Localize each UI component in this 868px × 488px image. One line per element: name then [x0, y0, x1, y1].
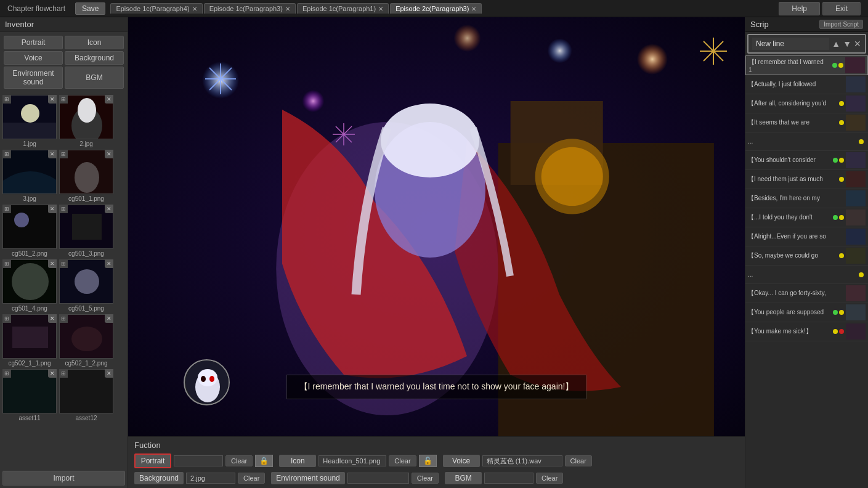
scrip-item-11[interactable]: ...: [745, 266, 868, 284]
icon-clear-button[interactable]: Clear: [389, 455, 416, 466]
tab-3[interactable]: Episode 2c(Paragraph3)✕: [390, 3, 482, 14]
bgm-clear-button[interactable]: Clear: [536, 473, 563, 484]
scrip-item-3[interactable]: 【It seems that we are: [745, 113, 868, 132]
bgm-group: BGM Clear: [445, 472, 563, 484]
scrip-dots-5: [833, 158, 844, 163]
asset-close-asset9[interactable]: ✕: [48, 314, 57, 323]
asset-close-asset5[interactable]: ✕: [48, 205, 57, 213]
asset-icon-asset11: ⊞: [2, 369, 11, 378]
scrip-dots-2: [839, 101, 844, 106]
asset-label-asset9: cg502_1_1.png: [2, 360, 57, 367]
scrip-text-3: 【It seems that we are: [748, 118, 837, 127]
inv-btn-icon[interactable]: Icon: [65, 36, 124, 49]
nl-delete-icon[interactable]: ✕: [854, 39, 861, 49]
asset-item-asset9[interactable]: ✕⊞cg502_1_1.png: [2, 314, 57, 367]
import-button[interactable]: Import: [2, 471, 125, 486]
inv-btn-env-sound[interactable]: Environment sound: [4, 67, 63, 89]
bgm-label: BGM: [445, 472, 482, 484]
scrip-item-4[interactable]: ...: [745, 132, 868, 151]
asset-item-asset2[interactable]: ✕⊞2.jpg: [59, 95, 113, 147]
scrip-header: Scrip Import Script: [745, 17, 868, 32]
asset-item-asset6[interactable]: ✕⊞cg501_3.png: [59, 205, 113, 257]
scrip-item-5[interactable]: 【You shouldn't consider: [745, 151, 868, 170]
scrip-item-10[interactable]: 【So, maybe we could go: [745, 246, 868, 266]
scrip-item-7[interactable]: 【Besides, I'm here on my: [745, 189, 868, 208]
inv-btn-voice[interactable]: Voice: [4, 51, 63, 65]
asset-close-asset12[interactable]: ✕: [105, 369, 113, 378]
import-script-button[interactable]: Import Script: [819, 20, 863, 29]
bgm-input[interactable]: [484, 473, 533, 484]
tab-0[interactable]: Episode 1c(Paragraph4)✕: [110, 3, 202, 14]
scrip-item-1[interactable]: 【Actually, I just followed: [745, 75, 868, 94]
asset-icon-asset8: ⊞: [59, 259, 68, 268]
exit-button[interactable]: Exit: [822, 2, 861, 15]
asset-close-asset7[interactable]: ✕: [48, 259, 57, 268]
portrait-input[interactable]: [174, 455, 223, 466]
asset-item-asset12[interactable]: ✕⊞asset12: [59, 369, 113, 421]
dot-2-0: [839, 101, 844, 106]
asset-label-asset2: 2.jpg: [59, 140, 113, 147]
tab-1[interactable]: Episode 1c(Paragraph3)✕: [204, 3, 296, 14]
dot-11-0: [859, 272, 864, 277]
asset-close-asset4[interactable]: ✕: [105, 150, 113, 158]
scrip-text-7: 【Besides, I'm here on my: [748, 194, 835, 203]
voice-input[interactable]: [482, 455, 562, 466]
scrip-item-2[interactable]: 【After all, considering you'd: [745, 94, 868, 113]
asset-item-asset3[interactable]: ✕⊞3.jpg: [2, 150, 57, 202]
asset-label-asset1: 1.jpg: [2, 140, 57, 147]
scrip-item-14[interactable]: 【You make me sick!】: [745, 322, 868, 341]
scrip-text-4: ...: [748, 138, 857, 145]
inv-btn-bgm[interactable]: BGM: [65, 67, 124, 89]
scrip-text-8: 【...I told you they don't: [748, 213, 831, 222]
asset-close-asset6[interactable]: ✕: [105, 205, 113, 213]
scrip-item-0[interactable]: 【I remember that I warned1: [745, 55, 868, 75]
nl-up-icon[interactable]: ▲: [832, 39, 840, 49]
save-button[interactable]: Save: [75, 2, 105, 15]
tab-label-0: Episode 1c(Paragraph4): [116, 5, 189, 12]
inv-btn-background[interactable]: Background: [65, 51, 124, 65]
scrip-item-13[interactable]: 【You people are supposed: [745, 303, 868, 322]
preview-area: 【I remember that I warned you last time …: [128, 17, 745, 436]
asset-item-asset10[interactable]: ✕⊞cg502_1_2.png: [59, 314, 113, 367]
asset-close-asset2[interactable]: ✕: [105, 95, 113, 104]
asset-close-asset11[interactable]: ✕: [48, 369, 57, 378]
asset-item-asset11[interactable]: ✕⊞asset11: [2, 369, 57, 421]
asset-item-asset8[interactable]: ✕⊞cg501_5.png: [59, 259, 113, 312]
voice-clear-button[interactable]: Clear: [565, 455, 592, 466]
nl-down-icon[interactable]: ▼: [843, 39, 851, 49]
tab-close-3[interactable]: ✕: [471, 6, 476, 12]
asset-item-asset4[interactable]: ✕⊞cg501_1.png: [59, 150, 113, 202]
tab-close-0[interactable]: ✕: [192, 6, 197, 12]
scrip-thumb-0: [845, 57, 865, 73]
asset-item-asset7[interactable]: ✕⊞cg501_4.png: [2, 259, 57, 312]
asset-icon-asset10: ⊞: [59, 314, 68, 323]
new-line-button[interactable]: New line: [752, 38, 829, 50]
background-clear-button[interactable]: Clear: [238, 473, 265, 484]
scrip-item-6[interactable]: 【I need them just as much: [745, 170, 868, 189]
scrip-item-12[interactable]: 【Okay... I can go forty-sixty,: [745, 284, 868, 303]
new-line-row[interactable]: New line ▲ ▼ ✕: [747, 34, 866, 54]
tab-close-2[interactable]: ✕: [378, 6, 383, 12]
tab-2[interactable]: Episode 1c(Paragraph1)✕: [297, 3, 389, 14]
icon-lock-icon[interactable]: 🔓: [419, 455, 437, 467]
portrait-lock-icon[interactable]: 🔒: [255, 455, 273, 467]
inv-btn-portrait[interactable]: Portrait: [4, 36, 63, 49]
scrip-item-8[interactable]: 【...I told you they don't: [745, 208, 868, 227]
asset-label-asset11: asset11: [2, 415, 57, 421]
tab-close-1[interactable]: ✕: [285, 6, 290, 12]
env-sound-input[interactable]: [347, 473, 409, 484]
icon-input[interactable]: [318, 455, 386, 466]
asset-close-asset1[interactable]: ✕: [48, 95, 57, 104]
icon-group: Icon Clear 🔓: [279, 455, 436, 467]
env-clear-button[interactable]: Clear: [412, 473, 439, 484]
asset-item-asset1[interactable]: ✕⊞1.jpg: [2, 95, 57, 147]
portrait-clear-button[interactable]: Clear: [225, 455, 253, 466]
scrip-dots-11: [859, 272, 864, 277]
background-input[interactable]: [186, 473, 235, 484]
asset-close-asset8[interactable]: ✕: [105, 259, 113, 268]
help-button[interactable]: Help: [779, 2, 820, 15]
asset-close-asset10[interactable]: ✕: [105, 314, 113, 323]
scrip-item-9[interactable]: 【Alright...Even if you are so: [745, 227, 868, 246]
asset-item-asset5[interactable]: ✕⊞cg501_2.png: [2, 205, 57, 257]
asset-close-asset3[interactable]: ✕: [48, 150, 57, 158]
